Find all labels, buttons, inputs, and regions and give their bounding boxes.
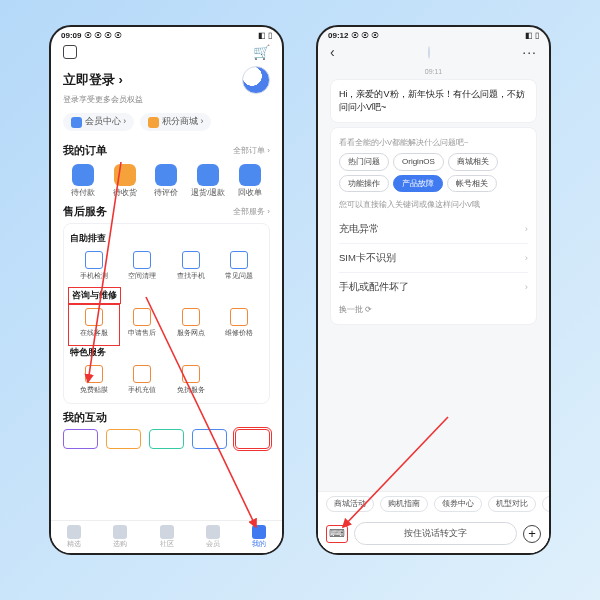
plus-icon[interactable]: + (523, 525, 541, 543)
order-item[interactable]: 待收货 (105, 164, 145, 198)
refresh-link[interactable]: 换一批 ⟳ (339, 304, 372, 316)
interact-title: 我的互动 (63, 410, 107, 425)
nav-item[interactable]: 会员 (190, 521, 236, 553)
order-item[interactable]: 待付款 (63, 164, 103, 198)
voice-input[interactable]: 按住说话转文字 (354, 522, 517, 545)
bottom-tab[interactable]: 商城活动 (326, 496, 374, 512)
order-item[interactable]: 回收单 (230, 164, 270, 198)
orders-more[interactable]: 全部订单 › (233, 145, 270, 156)
service-item[interactable]: 查找手机 (167, 249, 215, 287)
service-item[interactable]: 免扰服务 (167, 363, 215, 401)
bottom-tab[interactable]: 以 (542, 496, 549, 512)
service-item[interactable]: 在线客服 (70, 306, 118, 344)
interact-chip[interactable] (63, 429, 98, 449)
category-tag[interactable]: 产品故障 (393, 175, 443, 193)
service-item[interactable]: 空间清理 (118, 249, 166, 287)
keyboard-icon[interactable]: ⌨ (326, 525, 348, 543)
login-subtitle: 登录享受更多会员权益 (51, 94, 282, 109)
avatar[interactable] (242, 66, 270, 94)
status-time: 09:12 (328, 31, 348, 40)
category-tag[interactable]: OriginOS (393, 153, 444, 171)
category-tag[interactable]: 帐号相关 (447, 175, 497, 193)
faq-item[interactable]: SIM卡不识别› (339, 244, 528, 273)
faq-item[interactable]: 充电异常› (339, 215, 528, 244)
order-item[interactable]: 待评价 (147, 164, 187, 198)
order-item[interactable]: 退货/退款 (188, 164, 228, 198)
nav-item[interactable]: 我的 (236, 521, 282, 553)
consult-repair-title: 咨询与维修 (70, 289, 119, 302)
status-bar: 09:09 ⦿ ⦿ ⦿ ⦿ ◧ ▯ (51, 27, 282, 40)
category-tag[interactable]: 功能操作 (339, 175, 389, 193)
login-title[interactable]: 立即登录 › (63, 71, 123, 89)
service-item[interactable]: 手机充值 (118, 363, 166, 401)
interact-chip[interactable] (192, 429, 227, 449)
member-center-pill[interactable]: 会员中心 › (63, 113, 134, 131)
phone-right: 09:12 ⦿ ⦿ ⦿ ◧ ▯ ‹ ··· 09:11 Hi，亲爱的V粉，新年快… (316, 25, 551, 555)
bottom-tab[interactable]: 领券中心 (434, 496, 482, 512)
nav-item[interactable]: 精选 (51, 521, 97, 553)
service-item[interactable]: 服务网点 (167, 306, 215, 344)
phone-left: 09:09 ⦿ ⦿ ⦿ ⦿ ◧ ▯ 🛒 立即登录 › 登录享受更多会员权益 会员… (49, 25, 284, 555)
service-item[interactable]: 申请售后 (118, 306, 166, 344)
greeting-bubble: Hi，亲爱的V粉，新年快乐！有什么问题，不妨问问小V吧~ (330, 79, 537, 123)
gear-icon[interactable] (63, 45, 77, 59)
more-icon[interactable]: ··· (522, 44, 537, 60)
options-bubble: 看看全能的小V都能解决什么问题吧~ 热门问题OriginOS商城相关功能操作产品… (330, 127, 537, 325)
status-time: 09:09 (61, 31, 81, 40)
service-item[interactable]: 手机检测 (70, 249, 118, 287)
bottom-tab[interactable]: 机型对比 (488, 496, 536, 512)
cart-icon[interactable]: 🛒 (253, 44, 270, 60)
points-mall-pill[interactable]: 积分商城 › (140, 113, 211, 131)
status-bar: 09:12 ⦿ ⦿ ⦿ ◧ ▯ (318, 27, 549, 40)
interact-chip[interactable] (106, 429, 141, 449)
after-more[interactable]: 全部服务 › (233, 206, 270, 217)
category-tag[interactable]: 商城相关 (448, 153, 498, 171)
orders-title: 我的订单 (63, 143, 107, 158)
interact-chip[interactable] (235, 429, 270, 449)
service-item[interactable]: 免费贴膜 (70, 363, 118, 401)
message-timestamp: 09:11 (318, 68, 549, 75)
faq-item[interactable]: 手机或配件坏了› (339, 273, 528, 301)
nav-item[interactable]: 社区 (143, 521, 189, 553)
service-item[interactable]: 常见问题 (215, 249, 263, 287)
back-icon[interactable]: ‹ (330, 44, 335, 60)
category-tag[interactable]: 热门问题 (339, 153, 389, 171)
bot-avatar (428, 46, 430, 59)
service-item[interactable]: 维修价格 (215, 306, 263, 344)
after-title: 售后服务 (63, 204, 107, 219)
bottom-tab[interactable]: 购机指南 (380, 496, 428, 512)
interact-chip[interactable] (149, 429, 184, 449)
nav-item[interactable]: 选购 (97, 521, 143, 553)
